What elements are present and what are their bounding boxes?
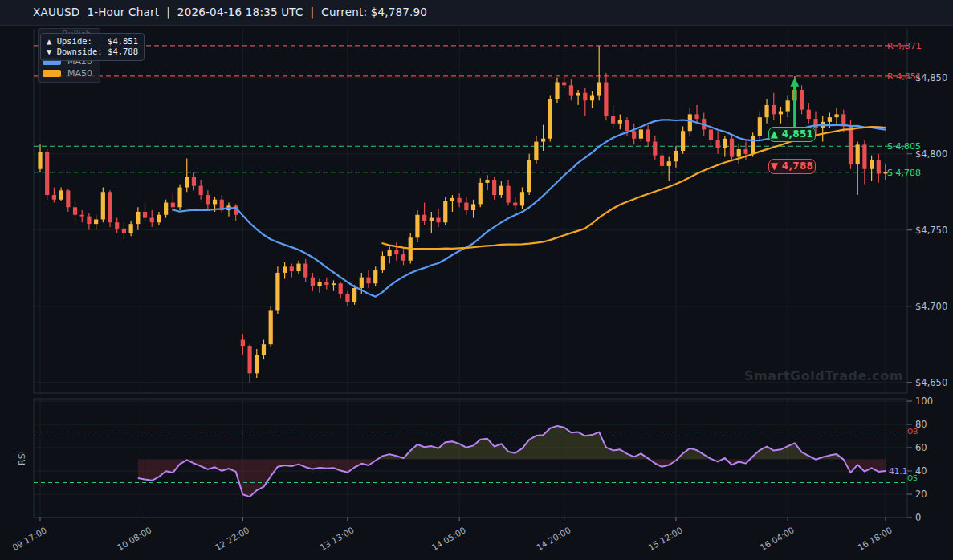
- svg-text:14 20:00: 14 20:00: [535, 525, 572, 552]
- svg-text:RSI: RSI: [17, 451, 27, 465]
- upside-value: $4,851: [108, 36, 138, 47]
- upside-row: ▲ Upside:$4,851: [47, 36, 138, 47]
- chart-title: XAUUSD 1-Hour Chart | 2026-04-16 18:35 U…: [33, 0, 427, 25]
- svg-text:20: 20: [915, 489, 927, 500]
- svg-text:40: 40: [915, 465, 927, 477]
- svg-text:R 4,871: R 4,871: [887, 41, 922, 51]
- downside-price-badge: ▼ 4,788: [768, 159, 816, 174]
- svg-text:16 04:00: 16 04:00: [758, 525, 796, 552]
- svg-text:15 12:00: 15 12:00: [646, 525, 684, 552]
- svg-text:$4,750: $4,750: [915, 225, 947, 236]
- candles-layer: [38, 46, 887, 383]
- svg-text:100: 100: [915, 396, 933, 407]
- watermark: SmartGoldTrade.com: [744, 368, 903, 383]
- svg-text:$4,700: $4,700: [915, 301, 947, 312]
- svg-text:80: 80: [915, 419, 927, 430]
- svg-text:16 18:00: 16 18:00: [856, 525, 894, 552]
- grid-layer: [34, 29, 907, 517]
- ma50-swatch-icon: [43, 70, 61, 77]
- svg-text:14 05:00: 14 05:00: [430, 525, 467, 552]
- svg-text:$4,650: $4,650: [915, 377, 947, 388]
- downside-value: $4,788: [108, 47, 138, 57]
- legend-item-ma50: MA50: [43, 68, 92, 79]
- svg-text:41.1: 41.1: [889, 466, 907, 476]
- downside-row: ▼ Downside:$4,788: [47, 47, 138, 57]
- chart-page: XAUUSD 1-Hour Chart | 2026-04-16 18:35 U…: [0, 0, 953, 560]
- svg-text:S 4,788: S 4,788: [887, 168, 921, 178]
- svg-text:60: 60: [915, 442, 927, 453]
- svg-text:12 22:00: 12 22:00: [214, 525, 251, 552]
- chart-header: XAUUSD 1-Hour Chart | 2026-04-16 18:35 U…: [0, 0, 953, 26]
- svg-text:10 08:00: 10 08:00: [116, 525, 153, 552]
- svg-text:$4,850: $4,850: [915, 72, 947, 83]
- svg-text:13 13:00: 13 13:00: [318, 525, 356, 552]
- upside-price-badge: ▲ 4,851: [768, 127, 816, 142]
- down-triangle-icon: ▼ Downside:: [47, 47, 103, 57]
- svg-text:0: 0: [915, 512, 921, 523]
- ma-layer: [173, 120, 886, 296]
- svg-text:$4,800: $4,800: [915, 148, 947, 160]
- up-triangle-icon: ▲ Upside:: [47, 36, 92, 47]
- ma50-label: MA50: [67, 68, 92, 79]
- rsi-layer: OBOS41.1: [34, 426, 918, 497]
- candlestick-rsi-chart: R 4,871R 4,851S 4,805S 4,788OBOS41.109 1…: [0, 0, 953, 560]
- levels-tooltip: ▲ Upside:$4,851 ▼ Downside:$4,788: [40, 33, 145, 61]
- svg-text:09 17:00: 09 17:00: [10, 525, 48, 552]
